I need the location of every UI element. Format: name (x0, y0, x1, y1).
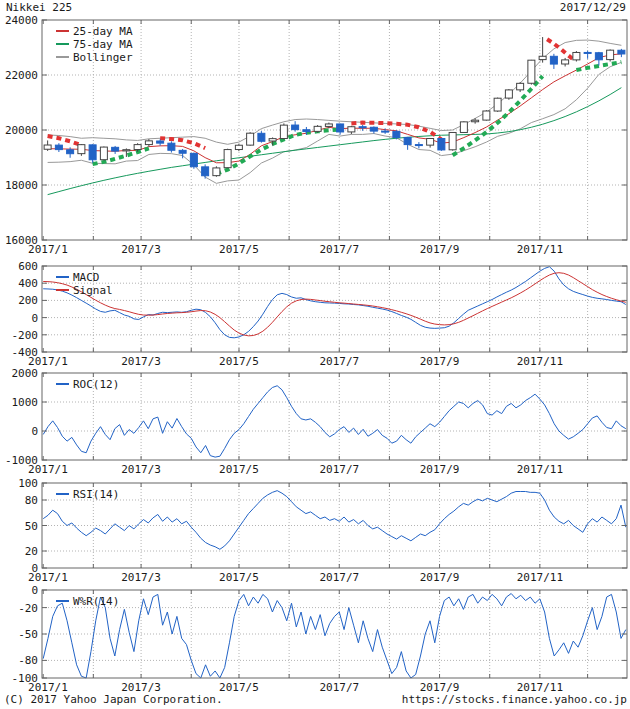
candle-up (562, 60, 569, 64)
x-tick-label: 2017/3 (121, 355, 161, 368)
candle-up (505, 90, 512, 98)
y-tick-label: 50 (25, 520, 38, 533)
signal-line (43, 273, 626, 336)
candle-up (44, 145, 51, 149)
candle-up (123, 150, 130, 151)
rsi-14--line (43, 491, 626, 550)
candle-up (235, 145, 242, 149)
legend-label: Bollinger (73, 51, 133, 64)
ma75-line (48, 88, 622, 195)
panel-wr: 0-20-50-80-1002017/12017/32017/52017/720… (12, 584, 628, 694)
candle-up (348, 127, 355, 132)
candle-up (573, 52, 580, 59)
candle-down (618, 50, 625, 54)
y-tick-label: 200 (18, 294, 38, 307)
candle-down (67, 150, 74, 154)
legend-label: MACD (73, 271, 100, 284)
y-tick-label: -200 (12, 329, 39, 342)
candle-up (449, 132, 456, 149)
candle-down (404, 137, 411, 144)
candle-down (157, 141, 164, 143)
x-tick-label: 2017/5 (219, 681, 259, 694)
y-tick-label: 0 (31, 425, 38, 438)
candle-down (55, 145, 62, 149)
x-tick-label: 2017/11 (517, 571, 563, 584)
y-tick-label: 400 (18, 277, 38, 290)
legend-label: 25-day MA (73, 25, 133, 38)
candle-up (269, 139, 276, 141)
x-tick-label: 2017/7 (319, 571, 359, 584)
candle-down (112, 147, 119, 151)
candle-up (472, 120, 479, 122)
y-tick-label: 20000 (5, 124, 38, 137)
x-tick-label: 2017/5 (219, 463, 259, 476)
y-tick-label: 22000 (5, 69, 38, 82)
candle-up (134, 145, 141, 150)
legend-label: RSI(14) (73, 488, 119, 501)
y-tick-label: 1000 (12, 396, 39, 409)
y-tick-label: 2000 (12, 367, 39, 380)
candle-up (607, 50, 614, 59)
y-tick-label: -80 (18, 654, 38, 667)
copyright-text: (C) 2017 Yahoo Japan Corporation. (4, 693, 223, 706)
chart-svg: 24000220002000018000160002017/12017/3201… (0, 0, 630, 709)
y-tick-label: 600 (18, 260, 38, 273)
x-tick-label: 2017/11 (517, 355, 563, 368)
y-tick-label: 18000 (5, 179, 38, 192)
candle-down (438, 139, 445, 150)
x-tick-label: 2017/9 (420, 243, 460, 256)
x-tick-label: 2017/9 (420, 355, 460, 368)
x-tick-label: 2017/3 (121, 571, 161, 584)
y-tick-label: 24000 (5, 14, 38, 27)
candle-down (258, 133, 265, 141)
candle-down (370, 127, 377, 131)
candle-up (325, 124, 332, 126)
candle-down (415, 145, 422, 146)
x-tick-label: 2017/7 (319, 355, 359, 368)
candle-up (78, 145, 85, 154)
candle-up (247, 133, 254, 145)
candle-up (528, 60, 535, 83)
x-tick-label: 2017/1 (28, 243, 68, 256)
trend-chain (453, 76, 543, 155)
x-tick-label: 2017/11 (517, 243, 563, 256)
source-url: https://stocks.finance.yahoo.co.jp (402, 693, 627, 706)
panel-rsi: 10080502002017/12017/32017/52017/72017/9… (18, 477, 627, 584)
y-tick-label: 100 (18, 477, 38, 490)
x-tick-label: 2017/7 (319, 681, 359, 694)
candle-up (494, 98, 501, 111)
x-tick-label: 2017/9 (420, 463, 460, 476)
candle-down (202, 167, 209, 176)
candle-down (584, 52, 591, 53)
candle-up (427, 138, 434, 145)
x-tick-label: 2017/5 (219, 243, 259, 256)
x-tick-label: 2017/3 (121, 243, 161, 256)
y-tick-label: -20 (18, 602, 38, 615)
candle-up (314, 126, 321, 131)
candle-down (292, 125, 299, 130)
candle-up (145, 141, 152, 145)
y-tick-label: 20 (25, 545, 38, 558)
y-tick-label: 80 (25, 494, 38, 507)
candle-up (483, 111, 490, 120)
y-tick-label: 0 (31, 584, 38, 597)
candle-down (550, 56, 557, 64)
candle-down (89, 145, 96, 160)
candle-down (382, 131, 389, 132)
x-tick-label: 2017/5 (219, 571, 259, 584)
legend-label: W%R(14) (73, 595, 119, 608)
candle-up (224, 150, 231, 168)
stock-chart-page: Nikkei 225 2017/12/29 240002200020000180… (0, 0, 630, 709)
candle-up (213, 168, 220, 176)
candle-up (539, 56, 546, 59)
trend-chain (216, 129, 340, 174)
x-tick-label: 2017/3 (121, 463, 161, 476)
legend-label: 75-day MA (73, 38, 133, 51)
candle-up (280, 125, 287, 138)
x-tick-label: 2017/11 (517, 463, 563, 476)
y-tick-label: 0 (31, 312, 38, 325)
candle-down (359, 127, 366, 128)
y-tick-label: -50 (18, 628, 38, 641)
x-tick-label: 2017/7 (319, 463, 359, 476)
x-tick-label: 2017/7 (319, 243, 359, 256)
